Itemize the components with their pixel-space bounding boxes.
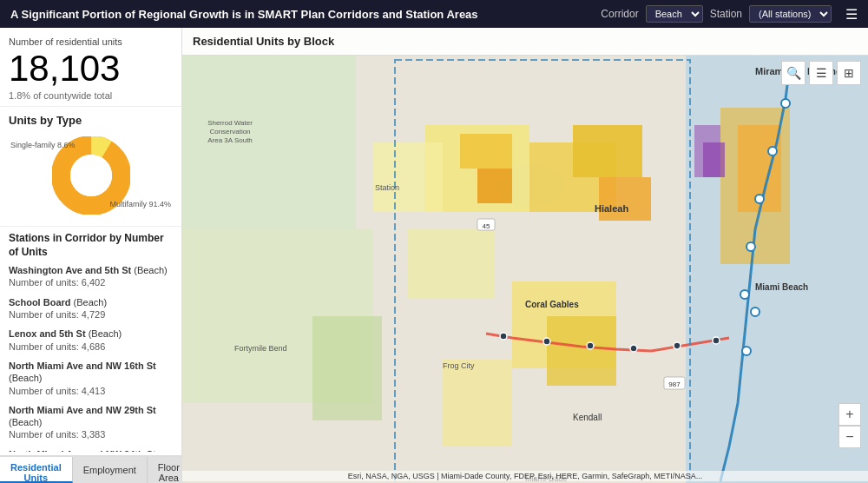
station-name: Washington Ave and 5th St (Beach) <box>9 264 169 276</box>
station-corridor: (Beach) <box>134 265 168 275</box>
station-units: Number of units: 6,402 <box>9 276 169 288</box>
svg-rect-8 <box>312 316 382 420</box>
svg-point-36 <box>742 347 751 355</box>
stations-list[interactable]: Washington Ave and 5th St (Beach)Number … <box>9 264 173 452</box>
units-by-type-title: Units by Type <box>9 114 173 127</box>
station-name: North Miami Ave and NW 16th St (Beach) <box>9 360 169 385</box>
stats-section: Number of residential units 18,103 1.8% … <box>0 28 181 107</box>
svg-rect-18 <box>547 316 616 386</box>
svg-text:Conservation: Conservation <box>209 128 250 136</box>
svg-rect-14 <box>599 177 651 221</box>
svg-point-35 <box>751 308 760 316</box>
station-name: North Miami Ave and NW 34th St (Beach) <box>9 448 169 452</box>
svg-text:987: 987 <box>668 380 681 388</box>
stations-wrapper: Washington Ave and 5th St (Beach)Number … <box>9 264 173 452</box>
page-title: A Significant Portion of Regional Growth… <box>10 8 478 21</box>
single-family-label: Single-family 8.6% <box>10 141 76 151</box>
main-layout: Number of residential units 18,103 1.8% … <box>0 28 868 483</box>
multifamily-label: Multifamily 91.4% <box>109 200 171 210</box>
zoom-in-button[interactable]: + <box>838 403 861 426</box>
station-list-item[interactable]: School Board (Beach)Number of units: 4,7… <box>9 296 169 321</box>
map-area[interactable]: Residential Units by Block 🔍 ☰ ⊞ <box>182 28 868 483</box>
svg-rect-21 <box>443 360 512 447</box>
svg-text:Hialeah: Hialeah <box>595 203 628 214</box>
map-zoom-controls: + − <box>838 403 861 448</box>
station-list-item[interactable]: North Miami Ave and NW 29th St (Beach)Nu… <box>9 404 169 441</box>
map-list-button[interactable]: ☰ <box>809 61 833 85</box>
svg-rect-11 <box>477 169 512 203</box>
app-header: A Significant Portion of Regional Growth… <box>0 0 868 28</box>
map-canvas: Miramar Hallandale Hialeah Miami Beach C… <box>182 56 868 483</box>
percent-label: 1.8% of countywide total <box>9 90 173 101</box>
tab-residential-units[interactable]: Residential Units <box>0 457 73 483</box>
station-name: School Board (Beach) <box>9 296 169 308</box>
svg-point-26 <box>755 195 764 203</box>
station-units: Number of units: 4,729 <box>9 308 169 321</box>
station-list-item[interactable]: North Miami Ave and NW 16th St (Beach)Nu… <box>9 360 169 397</box>
svg-text:Coral Gables: Coral Gables <box>525 300 579 309</box>
station-name: Lenox and 5th St (Beach) <box>9 328 169 340</box>
corridor-label: Corridor <box>601 8 638 20</box>
svg-rect-19 <box>373 142 443 212</box>
svg-point-2 <box>70 155 112 196</box>
left-panel: Number of residential units 18,103 1.8% … <box>0 28 182 483</box>
big-number: 18,103 <box>9 50 173 87</box>
station-list-item[interactable]: North Miami Ave and NW 34th St (Beach)Nu… <box>9 448 169 452</box>
units-by-type-section: Units by Type Single-family 8.6% Multifa… <box>0 107 181 227</box>
map-search-button[interactable]: 🔍 <box>781 61 806 85</box>
svg-point-24 <box>781 99 790 108</box>
map-header: Residential Units by Block <box>182 28 868 56</box>
station-units: Number of units: 4,413 <box>9 385 169 397</box>
corridor-select[interactable]: Beach <box>646 5 703 23</box>
svg-rect-10 <box>460 134 512 169</box>
station-corridor: (Beach) <box>9 373 43 383</box>
svg-rect-23 <box>703 142 725 177</box>
stations-title: Stations in Corridor by Number of Units <box>9 232 173 259</box>
svg-rect-20 <box>408 229 495 299</box>
bottom-tabs: Residential UnitsEmploymentFloor Area <box>0 455 181 483</box>
svg-point-28 <box>740 290 749 299</box>
station-units: Number of units: 3,383 <box>9 428 169 440</box>
svg-point-29 <box>500 333 507 340</box>
tab-employment[interactable]: Employment <box>73 457 148 483</box>
svg-point-30 <box>543 338 550 345</box>
svg-text:Station: Station <box>375 183 399 192</box>
station-name: North Miami Ave and NW 29th St (Beach) <box>9 404 169 429</box>
svg-point-27 <box>746 242 755 251</box>
stats-label: Number of residential units <box>9 36 173 47</box>
map-grid-button[interactable]: ⊞ <box>837 61 861 85</box>
svg-text:Frog City: Frog City <box>443 361 475 370</box>
svg-text:Miami Beach: Miami Beach <box>755 282 808 292</box>
station-list-item[interactable]: Lenox and 5th St (Beach)Number of units:… <box>9 328 169 353</box>
map-title: Residential Units by Block <box>193 35 334 48</box>
map-attribution: Esri, NASA, NGA, USGS | Miami-Dade Count… <box>182 471 868 481</box>
svg-text:Kendall: Kendall <box>573 413 602 422</box>
station-units: Number of units: 4,686 <box>9 341 169 353</box>
station-list-item[interactable]: Washington Ave and 5th St (Beach)Number … <box>9 264 169 289</box>
station-select[interactable]: (All stations) <box>749 5 832 23</box>
svg-point-34 <box>713 337 720 344</box>
station-label: Station <box>710 8 742 20</box>
station-corridor: (Beach) <box>74 297 108 308</box>
svg-rect-13 <box>573 125 642 177</box>
svg-point-32 <box>630 345 637 352</box>
zoom-out-button[interactable]: − <box>838 426 861 448</box>
svg-point-31 <box>587 342 594 349</box>
tab-floor-area[interactable]: Floor Area <box>148 457 182 483</box>
map-controls-top-right: 🔍 ☰ ⊞ <box>781 61 861 85</box>
header-controls: Corridor Beach Station (All stations) ☰ <box>601 5 858 23</box>
svg-text:45: 45 <box>483 222 490 230</box>
station-corridor: (Beach) <box>89 328 122 339</box>
svg-text:Fortymile Bend: Fortymile Bend <box>234 344 287 353</box>
svg-point-33 <box>674 342 681 349</box>
svg-text:Area 3A South: Area 3A South <box>207 136 253 144</box>
stations-section: Stations in Corridor by Number of Units … <box>0 227 181 455</box>
station-corridor: (Beach) <box>9 417 43 427</box>
svg-text:Sherrod Water: Sherrod Water <box>207 119 253 127</box>
donut-chart-area: Single-family 8.6% Multifamily 91.4% <box>9 132 173 219</box>
menu-icon[interactable]: ☰ <box>845 6 858 23</box>
svg-point-25 <box>768 147 777 155</box>
